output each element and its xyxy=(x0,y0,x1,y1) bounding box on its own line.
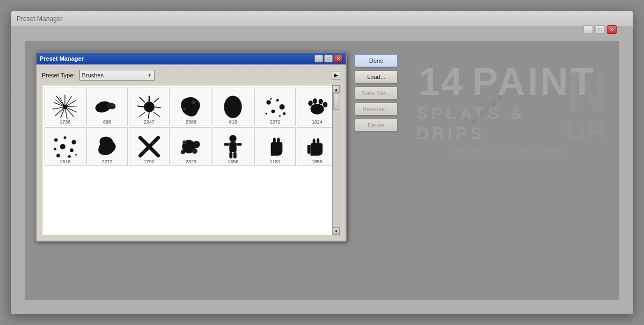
brush-label-1792: 1792 xyxy=(144,159,155,164)
brush-label-2386: 2386 xyxy=(186,119,196,125)
svg-point-58 xyxy=(230,135,237,142)
brush-label-2272b: 2272 xyxy=(101,159,112,164)
save-set-button[interactable]: Save Set... xyxy=(355,86,398,99)
outer-close-btn[interactable]: ✕ xyxy=(607,25,617,34)
brush-label-1181: 1181 xyxy=(270,159,281,164)
brush-label-2272a: 2272 xyxy=(270,119,281,125)
svg-point-40 xyxy=(318,99,323,104)
svg-point-54 xyxy=(193,141,200,148)
rename-button[interactable]: Rename... xyxy=(355,103,398,115)
svg-point-42 xyxy=(54,138,58,142)
svg-point-57 xyxy=(181,150,185,154)
dialog-body: Preset Type: Brushes ▼ ▶ xyxy=(36,64,346,241)
brush-preview-696 xyxy=(87,92,127,122)
preset-type-value: Brushes xyxy=(82,72,104,78)
brush-label-1516: 1516 xyxy=(60,159,70,164)
scroll-up-btn[interactable]: ▲ xyxy=(333,85,340,93)
brush-cell-616[interactable]: 616 xyxy=(213,88,253,126)
svg-point-17 xyxy=(144,102,155,112)
brushes-container: 1736 696 xyxy=(42,85,340,235)
delete-button[interactable]: Delete xyxy=(355,119,398,132)
svg-point-46 xyxy=(60,144,65,149)
brush-cell-696[interactable]: 696 xyxy=(86,88,127,126)
brush-cell-1024[interactable]: 1024 xyxy=(297,88,338,126)
brush-preview-616 xyxy=(213,92,253,122)
brush-preview-2329 xyxy=(171,132,211,162)
scroll-thumb[interactable] xyxy=(333,93,339,110)
svg-point-29 xyxy=(266,100,270,105)
scroll-track xyxy=(333,93,340,227)
svg-point-43 xyxy=(64,136,67,139)
svg-point-48 xyxy=(56,154,60,157)
preset-type-row: Preset Type: Brushes ▼ ▶ xyxy=(42,70,340,81)
svg-point-31 xyxy=(279,104,284,110)
svg-point-38 xyxy=(308,100,312,106)
brush-preview-2247 xyxy=(129,92,169,122)
brush-cell-1181[interactable]: 1181 xyxy=(254,127,295,166)
svg-point-55 xyxy=(192,148,197,154)
svg-point-37 xyxy=(310,104,324,114)
brush-label-616: 616 xyxy=(229,119,237,125)
svg-point-32 xyxy=(271,110,275,113)
svg-point-33 xyxy=(265,113,267,114)
svg-point-28 xyxy=(224,96,242,118)
brush-cell-2272b[interactable]: 2272 xyxy=(86,127,127,166)
dialog-minimize-btn[interactable]: _ xyxy=(314,55,323,62)
brush-cell-1792[interactable]: 1792 xyxy=(129,127,170,166)
svg-point-44 xyxy=(72,140,76,145)
scrollbar[interactable]: ▲ ▼ xyxy=(332,85,340,235)
svg-rect-62 xyxy=(230,152,233,158)
dialog-maximize-btn[interactable]: □ xyxy=(324,55,333,62)
brush-preview-1792 xyxy=(129,132,169,162)
edge-dr-text: DR xyxy=(566,115,609,146)
svg-point-50 xyxy=(75,154,77,155)
brush-preview-1856b xyxy=(297,132,337,162)
brush-cell-2329[interactable]: 2329 xyxy=(171,127,211,166)
outer-titlebar: Preset Manager xyxy=(11,11,633,26)
select-arrow-icon: ▼ xyxy=(148,73,152,78)
preset-type-select[interactable]: Brushes ▼ xyxy=(79,70,155,81)
action-buttons-panel: Done Load... Save Set... Rename... Delet… xyxy=(355,52,398,132)
brush-label-1024: 1024 xyxy=(312,119,323,125)
brush-cell-2247[interactable]: 2247 xyxy=(129,88,170,126)
brush-preview-1181 xyxy=(255,132,295,162)
svg-point-39 xyxy=(313,98,317,104)
scroll-down-btn[interactable]: ▼ xyxy=(333,227,340,235)
outer-title-text: Preset Manager xyxy=(17,15,62,23)
outer-minimize-btn[interactable]: _ xyxy=(583,25,593,34)
svg-point-14 xyxy=(63,105,67,109)
brush-label-1856a: 1856 xyxy=(228,159,238,164)
preset-type-label: Preset Type: xyxy=(42,72,75,78)
right-panel: 14 PAINT SPLATS & DRIPS PHOTOSHOP BRUSHE… xyxy=(406,52,609,167)
brush-preview-1736 xyxy=(45,92,85,122)
svg-line-21 xyxy=(155,107,161,108)
brush-preview-2272a xyxy=(255,92,295,122)
load-button[interactable]: Load... xyxy=(355,70,398,83)
svg-point-45 xyxy=(54,148,56,150)
svg-line-19 xyxy=(148,112,149,119)
brush-preview-1856a xyxy=(213,132,253,162)
done-button[interactable]: Done xyxy=(355,54,398,67)
preset-options-btn[interactable]: ▶ xyxy=(332,71,340,80)
brush-cell-1856a[interactable]: 1856 xyxy=(213,127,253,166)
dialog-title: Preset Manager xyxy=(40,55,84,62)
svg-point-27 xyxy=(183,108,186,111)
dialog-titlebar: Preset Manager _ □ ✕ xyxy=(36,53,346,64)
brush-cell-1856b[interactable]: 1856 xyxy=(297,127,338,166)
outer-maximize-btn[interactable]: □ xyxy=(595,25,605,34)
brush-label-2329: 2329 xyxy=(186,159,196,164)
svg-rect-59 xyxy=(230,142,237,152)
brush-cell-1516[interactable]: 1516 xyxy=(45,127,85,166)
svg-line-23 xyxy=(153,98,159,102)
svg-rect-61 xyxy=(237,143,242,146)
preset-manager-dialog: Preset Manager _ □ ✕ Preset Type: Brushe… xyxy=(35,52,347,242)
svg-point-41 xyxy=(323,102,327,107)
brush-cell-1736[interactable]: 1736 xyxy=(45,88,85,126)
brush-cell-2272a[interactable]: 2272 xyxy=(254,88,295,126)
dialog-close-btn[interactable]: ✕ xyxy=(334,55,342,62)
svg-point-26 xyxy=(192,100,195,104)
svg-line-25 xyxy=(139,112,144,117)
brush-cell-2386[interactable]: 2386 xyxy=(171,88,211,126)
paint-sub2: PHOTOSHOP BRUSHES xyxy=(449,148,565,156)
dialog-title-btns: _ □ ✕ xyxy=(314,55,342,62)
